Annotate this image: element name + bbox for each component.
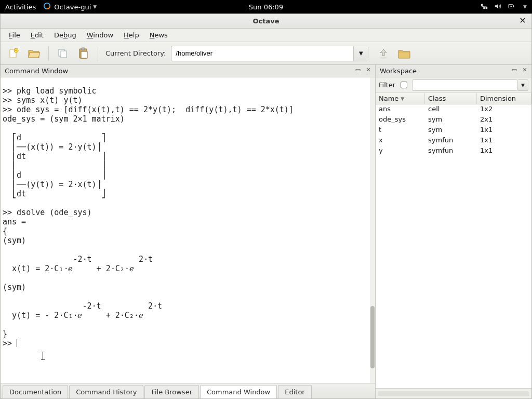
battery-icon[interactable] bbox=[508, 3, 515, 11]
toolbar-separator bbox=[48, 46, 49, 61]
svg-rect-2 bbox=[481, 4, 483, 6]
filter-label: Filter bbox=[379, 81, 395, 89]
cell-dim: 1x2 bbox=[477, 104, 531, 115]
current-directory-label: Current Directory: bbox=[105, 49, 166, 57]
cell-class: cell bbox=[425, 104, 477, 115]
horizontal-scrollbar[interactable] bbox=[378, 391, 529, 396]
tab-file-browser[interactable]: File Browser bbox=[144, 385, 199, 398]
command-window-viewport[interactable]: >> pkg load symbolic >> syms x(t) y(t) >… bbox=[1, 77, 375, 383]
paste-button[interactable] bbox=[75, 45, 92, 62]
workspace-row[interactable]: anscell1x2 bbox=[376, 104, 531, 115]
workspace-row[interactable]: ode_syssym2x1 bbox=[376, 115, 531, 125]
sort-indicator-icon: ▼ bbox=[401, 96, 404, 101]
workspace-pane: Workspace ▭ ✕ Filter ▼ Name▼ Class Dimen… bbox=[376, 65, 531, 398]
header-dimension[interactable]: Dimension bbox=[477, 93, 531, 104]
toolbar-separator bbox=[98, 46, 98, 61]
pane-title-text: Command Window bbox=[5, 67, 68, 75]
cell-name: x bbox=[376, 136, 425, 146]
tab-command-window[interactable]: Command Window bbox=[200, 385, 277, 398]
menubar: File Edit Debug Window Help News bbox=[1, 29, 531, 42]
volume-icon[interactable] bbox=[494, 3, 501, 11]
pane-undock-button[interactable]: ▭ bbox=[354, 66, 362, 74]
cell-name: ans bbox=[376, 104, 425, 115]
menu-edit[interactable]: Edit bbox=[25, 29, 49, 42]
scrollbar-thumb[interactable] bbox=[378, 391, 514, 396]
chevron-down-icon: ▼ bbox=[93, 4, 97, 9]
menu-debug[interactable]: Debug bbox=[49, 29, 82, 42]
svg-rect-12 bbox=[82, 48, 85, 50]
copy-button[interactable] bbox=[54, 45, 72, 62]
filter-dropdown[interactable]: ▼ bbox=[518, 79, 528, 91]
workspace-status-bar bbox=[376, 388, 531, 398]
cell-name: y bbox=[376, 146, 425, 156]
svg-rect-4 bbox=[486, 7, 488, 9]
command-window-pane: Command Window ▭ ✕ >> pkg load symbolic … bbox=[1, 65, 376, 398]
cell-class: symfun bbox=[425, 146, 477, 156]
cell-class: symfun bbox=[425, 136, 477, 146]
cell-class: sym bbox=[425, 125, 477, 136]
octave-logo-icon bbox=[43, 2, 51, 11]
gnome-app-menu[interactable]: Octave-gui ▼ bbox=[43, 2, 97, 11]
pane-title-text: Workspace bbox=[380, 67, 417, 75]
gnome-clock[interactable]: Sun 06:09 bbox=[249, 3, 283, 11]
header-name[interactable]: Name▼ bbox=[376, 93, 425, 104]
command-window-titlebar[interactable]: Command Window ▭ ✕ bbox=[1, 65, 375, 77]
workspace-table[interactable]: Name▼ Class Dimension anscell1x2ode_syss… bbox=[376, 93, 531, 388]
current-directory-combo[interactable]: ▼ bbox=[171, 46, 368, 61]
workspace-titlebar[interactable]: Workspace ▭ ✕ bbox=[376, 65, 531, 77]
pane-close-button[interactable]: ✕ bbox=[521, 66, 528, 74]
scrollbar-thumb[interactable] bbox=[370, 306, 375, 368]
svg-point-14 bbox=[380, 57, 387, 59]
filter-checkbox[interactable] bbox=[401, 82, 407, 88]
cell-dim: 2x1 bbox=[477, 115, 531, 125]
window-close-button[interactable]: ✕ bbox=[518, 16, 527, 25]
svg-rect-3 bbox=[483, 7, 485, 9]
workspace-header: Name▼ Class Dimension bbox=[376, 93, 531, 104]
open-file-button[interactable] bbox=[25, 45, 43, 62]
cell-class: sym bbox=[425, 115, 477, 125]
current-directory-input[interactable] bbox=[171, 46, 353, 61]
chevron-down-icon: ▼ bbox=[359, 50, 363, 56]
tab-documentation[interactable]: Documentation bbox=[3, 385, 68, 398]
main-toolbar: Current Directory: ▼ bbox=[1, 42, 531, 65]
bottom-tabs: DocumentationCommand HistoryFile Browser… bbox=[1, 383, 375, 398]
menu-news[interactable]: News bbox=[144, 29, 173, 42]
cell-name: ode_sys bbox=[376, 115, 425, 125]
new-script-button[interactable] bbox=[5, 45, 22, 62]
menu-file[interactable]: File bbox=[4, 29, 25, 42]
gnome-top-bar: Activities Octave-gui ▼ Sun 06:09 ▼ bbox=[0, 0, 532, 14]
gnome-activities[interactable]: Activities bbox=[5, 3, 36, 11]
workspace-filter-bar: Filter ▼ bbox=[376, 77, 531, 93]
svg-rect-6 bbox=[513, 5, 514, 7]
pane-undock-button[interactable]: ▭ bbox=[511, 66, 518, 74]
cell-dim: 1x1 bbox=[477, 136, 531, 146]
dir-up-button[interactable] bbox=[375, 45, 392, 62]
chevron-down-icon[interactable]: ▼ bbox=[523, 4, 527, 9]
workspace-row[interactable]: tsym1x1 bbox=[376, 125, 531, 136]
gnome-system-tray[interactable]: ▼ bbox=[481, 3, 527, 11]
cell-dim: 1x1 bbox=[477, 125, 531, 136]
svg-rect-13 bbox=[81, 51, 87, 58]
header-class[interactable]: Class bbox=[425, 93, 477, 104]
workspace-row[interactable]: xsymfun1x1 bbox=[376, 136, 531, 146]
browse-dir-button[interactable] bbox=[395, 45, 413, 62]
menu-help[interactable]: Help bbox=[118, 29, 144, 42]
tab-command-history[interactable]: Command History bbox=[69, 385, 143, 398]
chevron-down-icon: ▼ bbox=[521, 83, 525, 88]
svg-rect-10 bbox=[61, 51, 66, 58]
gnome-app-name: Octave-gui bbox=[54, 3, 91, 11]
octave-window: Octave ✕ File Edit Debug Window Help New… bbox=[0, 14, 532, 399]
workspace-row[interactable]: ysymfun1x1 bbox=[376, 146, 531, 156]
menu-window[interactable]: Window bbox=[82, 29, 118, 42]
dock-area: Command Window ▭ ✕ >> pkg load symbolic … bbox=[1, 65, 531, 398]
network-icon[interactable] bbox=[481, 3, 488, 11]
window-titlebar[interactable]: Octave ✕ bbox=[1, 14, 531, 29]
current-directory-dropdown[interactable]: ▼ bbox=[353, 46, 368, 61]
pane-close-button[interactable]: ✕ bbox=[365, 66, 372, 74]
window-title: Octave bbox=[252, 17, 279, 25]
filter-input[interactable] bbox=[412, 79, 518, 91]
command-window-output[interactable]: >> pkg load symbolic >> syms x(t) y(t) >… bbox=[1, 85, 370, 375]
cell-dim: 1x1 bbox=[477, 146, 531, 156]
vertical-scrollbar[interactable] bbox=[370, 77, 375, 383]
tab-editor[interactable]: Editor bbox=[278, 385, 311, 398]
